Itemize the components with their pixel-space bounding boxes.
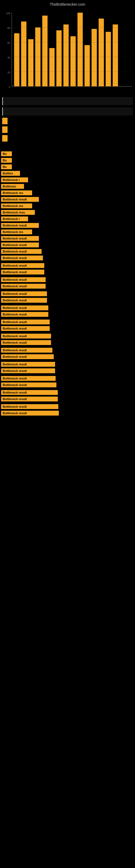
result-item: Bottleneck result <box>0 223 135 228</box>
result-label: Bottleneck result <box>1 270 44 275</box>
result-label: Bo <box>1 164 12 169</box>
result-item: Bottleneck result <box>0 390 135 395</box>
result-item: Bottleneck result <box>0 404 135 409</box>
result-item: Bottleneck resu <box>0 210 135 215</box>
result-label: Bottleneck result <box>1 362 55 367</box>
result-item: Bottleneck result <box>0 284 135 289</box>
svg-rect-14 <box>92 29 97 86</box>
svg-rect-16 <box>105 32 111 86</box>
result-item: Bo <box>0 164 135 169</box>
result-label: Bottleneck result <box>1 411 59 415</box>
svg-rect-10 <box>63 24 69 86</box>
chart-area: 0 20 40 60 80 100 <box>0 8 135 94</box>
result-label: Bottleneck result <box>1 223 39 228</box>
result-label: Bottleneck result <box>1 249 42 254</box>
result-label: Bottleneck result <box>1 197 39 202</box>
result-item: Bottleneck result <box>0 197 135 202</box>
result-item: Bottleneck result <box>0 411 135 415</box>
svg-text:60: 60 <box>7 41 10 44</box>
result-label: Bottleneck result <box>1 255 43 260</box>
svg-rect-5 <box>28 39 34 87</box>
svg-rect-13 <box>85 45 90 86</box>
result-item: Bottleneck res <box>0 229 135 235</box>
result-item: Bottleneck result <box>0 270 135 275</box>
result-label: Bottleneck result <box>1 263 44 268</box>
result-item: Bottleneck result <box>0 312 135 317</box>
result-item: Bottleneck result <box>0 376 135 381</box>
result-item: Bottleneck result <box>0 319 135 324</box>
result-label: Bottleneck resu <box>1 210 35 215</box>
result-item: Bottleneck result <box>0 277 135 282</box>
result-item: Bottleneck result <box>0 298 135 303</box>
result-label: Bottleneck result <box>1 236 39 241</box>
result-item: Bottleneck result <box>0 305 135 310</box>
result-label: Bottleneck result <box>1 312 48 317</box>
svg-rect-17 <box>113 24 118 86</box>
result-label: Bottleneck result <box>1 340 51 345</box>
svg-text:100: 100 <box>6 12 10 14</box>
result-item: Bottleneck result <box>0 334 135 339</box>
result-label: Bottleneck res <box>1 229 32 235</box>
svg-rect-15 <box>98 19 104 86</box>
result-item: Bottleneck result <box>0 263 135 268</box>
result-item: Bottleneck result <box>0 348 135 352</box>
svg-text:20: 20 <box>7 71 10 74</box>
result-item: Bottleneck result <box>0 368 135 373</box>
svg-rect-8 <box>49 48 55 86</box>
result-label: Bottleneck result <box>1 326 50 331</box>
svg-rect-6 <box>35 27 41 86</box>
page-wrapper: TheBottlenecker.com <box>0 0 135 418</box>
result-label: Bottleneck result <box>1 284 46 289</box>
result-item: Bo <box>0 158 135 163</box>
result-label: Bottleneck result <box>1 404 58 409</box>
result-item: Bottleneck r <box>0 216 135 221</box>
result-label: Bottleneck result <box>1 334 51 339</box>
result-label: Bottlen <box>1 171 20 176</box>
result-label: Bottleneck result <box>1 354 54 359</box>
result-item: Bottleneck result <box>0 236 135 241</box>
result-label: Bottleneck r <box>1 216 28 221</box>
result-label: Bottleneck result <box>1 382 56 388</box>
svg-text:40: 40 <box>7 56 10 59</box>
result-label: Bo <box>1 151 12 156</box>
result-label: Bottleneck result <box>1 376 56 381</box>
result-item: Bottleneck result <box>0 362 135 367</box>
result-label: Bottleneck result <box>1 390 58 395</box>
svg-rect-12 <box>78 13 83 87</box>
svg-rect-11 <box>71 36 76 87</box>
result-label: Bo <box>1 158 12 163</box>
result-item: Bottleneck result <box>0 255 135 260</box>
result-label: Bottleneck result <box>1 305 48 310</box>
input-area <box>0 94 135 149</box>
result-label: Bottleneck result <box>1 291 47 296</box>
result-item: Bottleneck result <box>0 291 135 296</box>
result-item: Bottleneck result <box>0 326 135 331</box>
result-item: Bottleneck result <box>0 340 135 345</box>
result-label: Bottleneck result <box>1 298 47 303</box>
svg-rect-9 <box>56 30 62 87</box>
svg-text:80: 80 <box>7 26 10 29</box>
result-item: Bottleneck result <box>0 397 135 401</box>
result-item: Bottleneck result <box>0 382 135 388</box>
result-item: Bottlenec <box>0 184 135 189</box>
result-item: Bottlen <box>0 171 135 176</box>
result-item: Bottleneck result <box>0 243 135 247</box>
result-label: Bottleneck result <box>1 368 55 373</box>
result-item: Bottleneck result <box>0 249 135 254</box>
svg-rect-7 <box>42 16 48 87</box>
result-item: Bottleneck result <box>0 354 135 359</box>
result-label: Bottleneck res <box>1 204 32 208</box>
result-label: Bottleneck result <box>1 397 58 401</box>
result-item: Bottleneck res <box>0 204 135 208</box>
result-label: Bottleneck r <box>1 177 28 182</box>
result-label: Bottleneck result <box>1 277 46 282</box>
result-label: Bottleneck result <box>1 243 39 247</box>
result-item: Bottleneck res <box>0 190 135 195</box>
result-item: Bottleneck r <box>0 177 135 182</box>
svg-rect-4 <box>21 22 27 86</box>
result-label: Bottleneck res <box>1 190 32 195</box>
result-item: Bo <box>0 151 135 156</box>
site-title: TheBottlenecker.com <box>0 0 135 8</box>
svg-rect-3 <box>14 33 19 87</box>
svg-text:0: 0 <box>9 86 10 88</box>
